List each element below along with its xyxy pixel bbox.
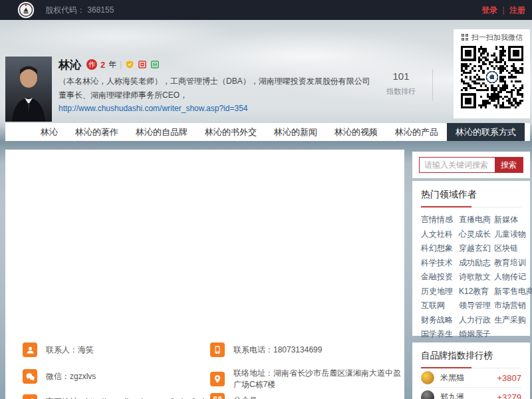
badge-divider: |	[120, 60, 122, 69]
phone-icon	[210, 342, 225, 357]
hot-authors-title: 热门领域作者	[421, 189, 521, 207]
ranking-title: 自品牌指数排行榜	[421, 350, 521, 368]
stat-divider	[432, 69, 433, 101]
auth-links: 登录 | 注册	[481, 0, 525, 20]
category-link[interactable]: 人文社科	[421, 227, 456, 242]
link-icon	[23, 394, 37, 399]
wechat-qr-title: 扫一扫加我微信	[471, 33, 523, 43]
ranking-row[interactable]: 郑九洲+3279	[421, 388, 521, 399]
ranking-list: 米黑猫+3807郑九洲+3279	[421, 368, 521, 399]
category-link[interactable]: 区块链	[494, 241, 532, 256]
ranking-card: 自品牌指数排行榜 米黑猫+3807郑九洲+3279	[412, 342, 530, 399]
search-group: 搜索	[419, 157, 523, 173]
profile-url-link[interactable]: http://www.chushudashi.com/writer_show.a…	[59, 104, 248, 113]
category-link[interactable]: 新媒体	[494, 213, 532, 227]
category-link[interactable]: K12教育	[459, 285, 491, 299]
years-unit: 年	[108, 59, 116, 70]
nav-tab-3[interactable]: 林沁的书外交	[196, 123, 265, 141]
person-icon	[23, 342, 37, 357]
contact-row-wechat: 微信：zgzxlvs	[23, 369, 96, 384]
index-rank-label: 指数排行	[379, 86, 423, 96]
wechat-value: zgzxlvs	[70, 372, 96, 381]
category-link[interactable]: 国学养生	[421, 327, 456, 342]
nav-tab-1[interactable]: 林沁的著作	[66, 123, 127, 141]
nav-tab-4[interactable]: 林沁的新闻	[265, 123, 326, 141]
page: 股权代码： 368155 登录 | 注册 林沁 作 2 年 |	[0, 0, 532, 399]
category-link[interactable]: 新零售电商	[494, 285, 532, 299]
category-link[interactable]: 科学技术	[421, 256, 456, 271]
location-pin-icon	[210, 372, 225, 386]
category-link[interactable]: 穿越玄幻	[459, 241, 491, 256]
category-link[interactable]: 成功励志	[459, 256, 491, 271]
contact-row-website: 官网地址：http://www.liyaolaw.com/index/index…	[23, 394, 241, 399]
wechat-label: 微信：	[46, 372, 70, 381]
search-input[interactable]	[420, 158, 495, 172]
person-label: 联系人：	[46, 345, 78, 354]
category-link[interactable]: 领导管理	[459, 299, 491, 313]
category-link[interactable]: 婚姻亲子	[459, 327, 491, 342]
address-label: 联络地址：	[233, 368, 273, 378]
category-link[interactable]: 人力行政	[459, 313, 491, 328]
nav-tab-5[interactable]: 林沁的视频	[326, 123, 386, 141]
search-button[interactable]: 搜索	[495, 158, 523, 172]
profile-name: 林沁	[59, 57, 81, 72]
phone-label: 联系电话：	[233, 345, 273, 354]
vip-shield-icon	[125, 60, 134, 69]
category-link[interactable]: 历史地理	[421, 285, 456, 299]
author-badge-icon: 作	[86, 59, 97, 70]
register-link[interactable]: 注册	[509, 5, 525, 15]
website-label: 官网地址：	[46, 397, 86, 399]
ranking-name: 米黑猫	[440, 372, 491, 384]
nav-tab-6[interactable]: 林沁的产品	[386, 123, 447, 141]
ranking-score: +3807	[497, 373, 521, 383]
search-card: 搜索	[412, 152, 530, 178]
stock-code: 股权代码： 368155	[45, 0, 114, 20]
nav-tab-0[interactable]: 林沁	[32, 123, 66, 141]
wechat-icon	[23, 369, 37, 384]
ranking-row[interactable]: 米黑猫+3807	[421, 368, 521, 388]
avatar	[421, 371, 434, 384]
official-account-label: 公众号	[233, 395, 257, 399]
nav-tab-2[interactable]: 林沁的自品牌	[127, 123, 196, 141]
cert-green-icon	[150, 60, 160, 69]
category-link[interactable]: 心灵成长	[459, 227, 491, 242]
person-value: 海笑	[78, 345, 94, 354]
category-link[interactable]: 金融投资	[421, 270, 456, 285]
cert-red-icon	[138, 60, 147, 69]
category-link[interactable]: 人物传记	[494, 270, 532, 285]
years-count: 2	[100, 60, 105, 70]
wechat-qr-card: 扫一扫加我微信	[454, 29, 530, 118]
category-link[interactable]: 市场营销	[494, 299, 532, 313]
ranking-name: 郑九洲	[440, 392, 491, 399]
contact-row-phone: 联系电话：18073134699	[210, 342, 322, 357]
hot-authors-card: 热门领域作者 言情情感直播电商新媒体人文社科心灵成长儿童读物科幻想象穿越玄幻区块…	[412, 181, 530, 336]
category-link[interactable]: 儿童读物	[494, 227, 532, 242]
category-link[interactable]: 科幻想象	[421, 241, 456, 256]
contact-panel: 联系人：海笑 微信：zgzxlvs 官网地址：http://www.	[5, 150, 404, 399]
site-logo-icon[interactable]	[17, 1, 35, 19]
wechat-qr-code	[461, 46, 523, 108]
category-link[interactable]: 生产采购	[494, 313, 532, 328]
auth-divider: |	[503, 5, 505, 15]
category-link[interactable]: 言情情感	[421, 213, 456, 227]
category-link[interactable]: 直播电商	[459, 213, 491, 227]
category-list: 言情情感直播电商新媒体人文社科心灵成长儿童读物科幻想象穿越玄幻区块链科学技术成功…	[421, 213, 521, 342]
topbar: 股权代码： 368155 登录 | 注册	[0, 0, 532, 20]
category-link[interactable]: 教育培训	[494, 256, 532, 271]
category-link[interactable]: 财务战略	[421, 313, 456, 328]
category-link[interactable]: 诗歌散文	[459, 270, 491, 285]
index-rank-stat: 101 指数排行	[379, 70, 423, 96]
profile-photo	[5, 57, 52, 122]
avatar	[421, 390, 434, 399]
wechat-qr-title-row: 扫一扫加我微信	[454, 29, 530, 43]
nav-tabs: 林沁林沁的著作林沁的自品牌林沁的书外交林沁的新闻林沁的视频林沁的产品林沁的联系方…	[5, 123, 530, 141]
login-link[interactable]: 登录	[481, 5, 497, 15]
contact-row-address: 联络地址：湖南省长沙市岳麓区潇湘南大道中盈广场C栋7楼	[210, 368, 404, 390]
profile-name-row: 林沁 作 2 年 |	[59, 58, 160, 71]
nav-tab-7[interactable]: 林沁的联系方式	[447, 123, 525, 141]
contact-row-person: 联系人：海笑	[23, 342, 94, 357]
profile-description: （本名林沁，人称海笑老师），工商管理博士（DBA），湖南理曜投资发展股份有限公司…	[59, 74, 376, 102]
ranking-score: +3279	[497, 392, 521, 399]
qr-icon	[210, 393, 225, 399]
category-link[interactable]: 互联网	[421, 299, 456, 313]
